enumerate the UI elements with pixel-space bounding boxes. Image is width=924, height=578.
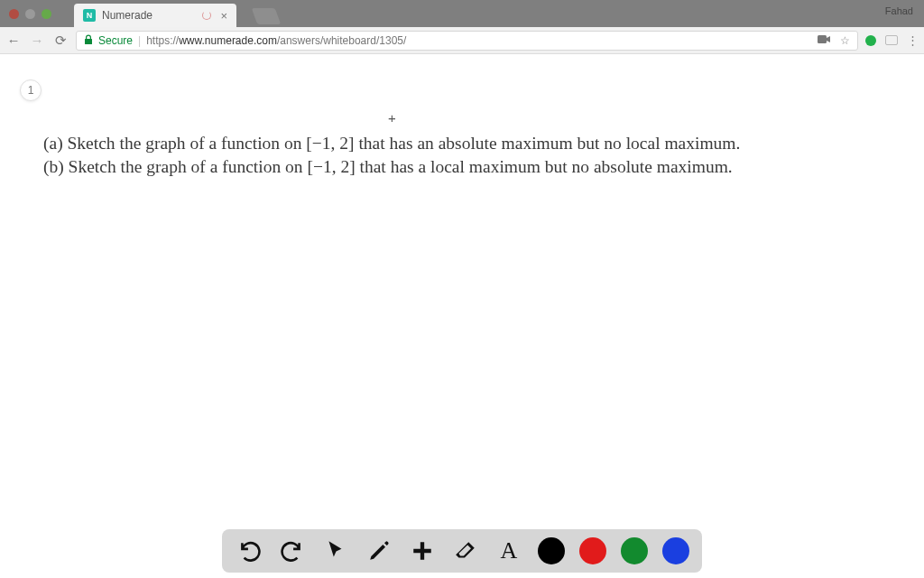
color-green[interactable]: [621, 537, 648, 564]
extensions-area: ⋮: [865, 33, 919, 47]
extension-box-icon[interactable]: [885, 35, 898, 45]
tab-title: Numerade: [102, 9, 202, 22]
window-minimize-button[interactable]: [25, 9, 35, 19]
redo-button[interactable]: [278, 536, 307, 565]
problem-text: (a) Sketch the graph of a function on [−…: [43, 132, 897, 180]
lock-icon: [84, 34, 93, 46]
tab-loading-spinner: [202, 11, 211, 20]
pointer-tool[interactable]: [321, 536, 350, 565]
color-blue[interactable]: [662, 537, 689, 564]
add-tool[interactable]: [408, 536, 437, 565]
nav-reload-button[interactable]: ⟳: [52, 33, 69, 49]
profile-name[interactable]: Fahad: [885, 5, 913, 16]
secure-label: Secure: [98, 34, 133, 47]
address-bar: ← → ⟳ Secure | https://www.numerade.com/…: [0, 27, 924, 54]
crosshair-cursor-icon: +: [388, 110, 396, 126]
nav-forward-button[interactable]: →: [29, 33, 45, 48]
tab-favicon: N: [83, 9, 96, 22]
extension-green-dot[interactable]: [865, 35, 876, 46]
undo-button[interactable]: [235, 536, 263, 565]
window-close-button[interactable]: [9, 9, 19, 19]
page-number-badge[interactable]: 1: [20, 79, 42, 101]
camera-icon[interactable]: [818, 34, 831, 47]
window-controls: [9, 9, 51, 19]
whiteboard-toolbar: A: [222, 529, 702, 573]
chrome-menu-button[interactable]: ⋮: [907, 33, 919, 47]
browser-tab[interactable]: N Numerade ×: [74, 4, 236, 27]
url-text: https://www.numerade.com/answers/whitebo…: [146, 34, 406, 47]
window-maximize-button[interactable]: [42, 9, 51, 19]
page-content: 1 + (a) Sketch the graph of a function o…: [0, 54, 924, 578]
nav-back-button[interactable]: ←: [5, 33, 22, 48]
new-tab-button[interactable]: [245, 5, 271, 22]
browser-tab-strip: N Numerade × Fahad: [0, 0, 924, 27]
svg-rect-0: [818, 35, 827, 43]
pencil-tool[interactable]: [365, 536, 393, 565]
text-tool[interactable]: A: [494, 536, 523, 565]
url-field[interactable]: Secure | https://www.numerade.com/answer…: [76, 31, 858, 51]
problem-line-b: (b) Sketch the graph of a function on [−…: [43, 155, 897, 179]
tab-close-button[interactable]: ×: [220, 9, 227, 23]
color-red[interactable]: [579, 537, 606, 564]
url-divider: |: [138, 34, 141, 47]
problem-line-a: (a) Sketch the graph of a function on [−…: [43, 132, 897, 155]
bookmark-star-icon[interactable]: ☆: [840, 34, 850, 47]
color-black[interactable]: [538, 537, 565, 564]
eraser-tool[interactable]: [451, 536, 480, 565]
